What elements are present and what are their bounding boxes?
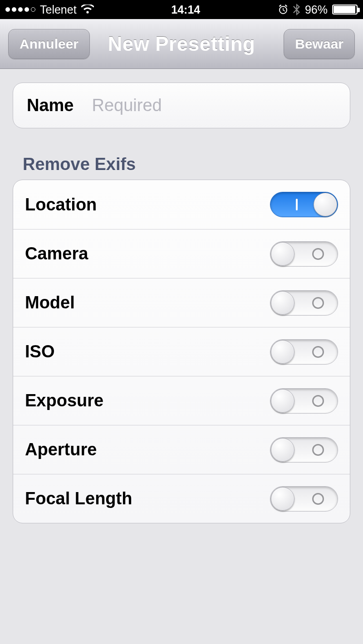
bluetooth-icon xyxy=(293,4,300,15)
wifi-icon xyxy=(81,5,94,15)
row-model: Model xyxy=(13,278,350,327)
toggle-model[interactable] xyxy=(270,290,338,316)
name-field-group: Name xyxy=(13,83,350,128)
cancel-button-label: Annuleer xyxy=(20,36,78,52)
signal-strength-icon xyxy=(5,7,35,12)
battery-icon xyxy=(332,5,358,15)
toggle-location[interactable] xyxy=(270,192,338,217)
save-button[interactable]: Bewaar xyxy=(284,29,355,59)
row-label-camera: Camera xyxy=(25,244,88,263)
cancel-button[interactable]: Annuleer xyxy=(8,29,90,59)
carrier-label: Telenet xyxy=(40,3,77,16)
name-input[interactable] xyxy=(92,96,337,115)
row-label-exposure: Exposure xyxy=(25,391,103,410)
name-field-label: Name xyxy=(27,96,74,115)
navigation-bar: Annuleer New Presetting Bewaar xyxy=(0,19,363,69)
save-button-label: Bewaar xyxy=(295,36,343,52)
alarm-icon xyxy=(278,4,289,15)
row-label-iso: ISO xyxy=(25,342,54,361)
toggle-aperture[interactable] xyxy=(270,437,338,463)
row-focal-length: Focal Length xyxy=(13,474,350,523)
row-camera: Camera xyxy=(13,229,350,278)
row-location: Location xyxy=(13,180,350,229)
remove-exifs-header: Remove Exifs xyxy=(23,155,350,174)
status-bar: Telenet 14:14 96% xyxy=(0,0,363,19)
toggle-iso[interactable] xyxy=(270,339,338,365)
row-label-aperture: Aperture xyxy=(25,440,97,459)
row-label-model: Model xyxy=(25,293,75,312)
remove-exifs-group: Location Camera Model ISO Exposure xyxy=(13,180,350,523)
row-label-location: Location xyxy=(25,195,97,215)
battery-percentage: 96% xyxy=(305,3,328,16)
status-time: 14:14 xyxy=(171,3,200,16)
toggle-focal-length[interactable] xyxy=(270,486,338,512)
toggle-exposure[interactable] xyxy=(270,388,338,414)
row-iso: ISO xyxy=(13,327,350,376)
row-exposure: Exposure xyxy=(13,376,350,425)
row-label-focal-length: Focal Length xyxy=(25,489,132,508)
row-aperture: Aperture xyxy=(13,425,350,474)
toggle-camera[interactable] xyxy=(270,241,338,267)
